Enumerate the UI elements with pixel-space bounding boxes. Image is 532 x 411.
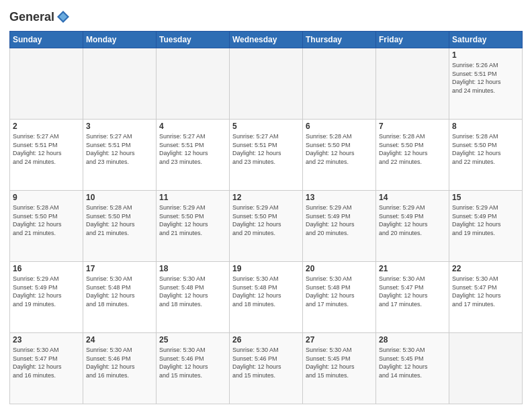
day-info: Sunrise: 5:29 AM Sunset: 5:49 PM Dayligh… (13, 275, 80, 308)
calendar-cell: 14Sunrise: 5:29 AM Sunset: 5:49 PM Dayli… (376, 191, 449, 262)
day-number: 7 (379, 122, 446, 131)
page: General SundayMondayTuesdayWednesdayThur… (0, 0, 532, 411)
day-number: 21 (379, 264, 446, 273)
day-info: Sunrise: 5:29 AM Sunset: 5:49 PM Dayligh… (306, 203, 373, 237)
calendar-cell: 10Sunrise: 5:28 AM Sunset: 5:50 PM Dayli… (83, 191, 157, 262)
weekday-header-friday: Friday (376, 32, 449, 48)
calendar-cell: 24Sunrise: 5:30 AM Sunset: 5:46 PM Dayli… (83, 333, 157, 404)
day-number: 4 (159, 122, 226, 131)
calendar-cell: 17Sunrise: 5:30 AM Sunset: 5:48 PM Dayli… (83, 262, 157, 333)
day-info: Sunrise: 5:28 AM Sunset: 5:50 PM Dayligh… (306, 132, 373, 166)
calendar-cell: 1Sunrise: 5:26 AM Sunset: 5:51 PM Daylig… (449, 48, 523, 120)
calendar-cell: 12Sunrise: 5:29 AM Sunset: 5:50 PM Dayli… (230, 191, 303, 262)
calendar-cell: 5Sunrise: 5:27 AM Sunset: 5:51 PM Daylig… (230, 120, 303, 191)
calendar-cell: 13Sunrise: 5:29 AM Sunset: 5:49 PM Dayli… (303, 191, 376, 262)
calendar-cell: 21Sunrise: 5:30 AM Sunset: 5:47 PM Dayli… (376, 262, 449, 333)
day-info: Sunrise: 5:29 AM Sunset: 5:49 PM Dayligh… (452, 203, 519, 237)
day-number: 3 (86, 122, 153, 131)
day-info: Sunrise: 5:30 AM Sunset: 5:45 PM Dayligh… (379, 346, 446, 379)
day-number: 6 (306, 122, 373, 131)
day-number: 20 (306, 264, 373, 273)
day-number: 13 (306, 193, 373, 202)
day-info: Sunrise: 5:26 AM Sunset: 5:51 PM Dayligh… (452, 61, 519, 95)
weekday-header-thursday: Thursday (303, 32, 376, 48)
calendar-cell (83, 48, 157, 120)
day-number: 17 (86, 264, 153, 273)
calendar-cell: 3Sunrise: 5:27 AM Sunset: 5:51 PM Daylig… (83, 120, 157, 191)
day-number: 26 (232, 335, 300, 345)
weekday-header-wednesday: Wednesday (230, 32, 303, 48)
day-info: Sunrise: 5:30 AM Sunset: 5:46 PM Dayligh… (86, 346, 153, 379)
day-number: 10 (86, 193, 153, 202)
calendar-cell: 18Sunrise: 5:30 AM Sunset: 5:48 PM Dayli… (157, 262, 230, 333)
day-number: 8 (452, 122, 519, 131)
calendar-cell: 4Sunrise: 5:27 AM Sunset: 5:51 PM Daylig… (157, 120, 230, 191)
day-number: 22 (452, 264, 519, 273)
day-number: 1 (452, 50, 519, 60)
calendar-cell: 26Sunrise: 5:30 AM Sunset: 5:46 PM Dayli… (230, 333, 303, 404)
calendar: SundayMondayTuesdayWednesdayThursdayFrid… (9, 31, 523, 404)
day-info: Sunrise: 5:28 AM Sunset: 5:50 PM Dayligh… (86, 203, 153, 237)
weekday-header-saturday: Saturday (449, 32, 523, 48)
day-number: 28 (379, 335, 446, 345)
day-info: Sunrise: 5:27 AM Sunset: 5:51 PM Dayligh… (232, 132, 300, 166)
header: General (9, 7, 523, 26)
day-number: 15 (452, 193, 519, 202)
day-info: Sunrise: 5:28 AM Sunset: 5:50 PM Dayligh… (13, 203, 80, 237)
calendar-cell: 28Sunrise: 5:30 AM Sunset: 5:45 PM Dayli… (376, 333, 449, 404)
calendar-cell (157, 48, 230, 120)
logo-general: General (9, 10, 71, 24)
calendar-cell: 27Sunrise: 5:30 AM Sunset: 5:45 PM Dayli… (303, 333, 376, 404)
day-info: Sunrise: 5:29 AM Sunset: 5:50 PM Dayligh… (159, 203, 226, 237)
calendar-cell (10, 48, 83, 120)
calendar-cell: 9Sunrise: 5:28 AM Sunset: 5:50 PM Daylig… (10, 191, 83, 262)
day-number: 16 (13, 264, 80, 273)
calendar-cell: 15Sunrise: 5:29 AM Sunset: 5:49 PM Dayli… (449, 191, 523, 262)
day-info: Sunrise: 5:30 AM Sunset: 5:47 PM Dayligh… (379, 275, 446, 308)
calendar-cell (449, 333, 523, 404)
weekday-header-monday: Monday (83, 32, 157, 48)
day-number: 12 (232, 193, 300, 202)
day-number: 11 (159, 193, 226, 202)
day-number: 19 (232, 264, 300, 273)
day-info: Sunrise: 5:30 AM Sunset: 5:45 PM Dayligh… (306, 346, 373, 379)
calendar-cell: 23Sunrise: 5:30 AM Sunset: 5:47 PM Dayli… (10, 333, 83, 404)
calendar-cell (376, 48, 449, 120)
weekday-header-sunday: Sunday (10, 32, 83, 48)
day-info: Sunrise: 5:30 AM Sunset: 5:47 PM Dayligh… (13, 346, 80, 379)
day-number: 9 (13, 193, 80, 202)
calendar-cell: 16Sunrise: 5:29 AM Sunset: 5:49 PM Dayli… (10, 262, 83, 333)
day-number: 18 (159, 264, 226, 273)
day-number: 24 (86, 335, 153, 345)
calendar-cell: 7Sunrise: 5:28 AM Sunset: 5:50 PM Daylig… (376, 120, 449, 191)
day-info: Sunrise: 5:30 AM Sunset: 5:46 PM Dayligh… (232, 346, 300, 379)
day-info: Sunrise: 5:28 AM Sunset: 5:50 PM Dayligh… (452, 132, 519, 166)
logo: General (9, 9, 71, 26)
calendar-cell: 8Sunrise: 5:28 AM Sunset: 5:50 PM Daylig… (449, 120, 523, 191)
calendar-cell: 6Sunrise: 5:28 AM Sunset: 5:50 PM Daylig… (303, 120, 376, 191)
day-info: Sunrise: 5:30 AM Sunset: 5:48 PM Dayligh… (159, 275, 226, 308)
calendar-cell (230, 48, 303, 120)
day-number: 27 (306, 335, 373, 345)
calendar-cell: 22Sunrise: 5:30 AM Sunset: 5:47 PM Dayli… (449, 262, 523, 333)
day-info: Sunrise: 5:28 AM Sunset: 5:50 PM Dayligh… (379, 132, 446, 166)
day-number: 23 (13, 335, 80, 345)
calendar-cell: 19Sunrise: 5:30 AM Sunset: 5:48 PM Dayli… (230, 262, 303, 333)
day-info: Sunrise: 5:30 AM Sunset: 5:47 PM Dayligh… (452, 275, 519, 308)
weekday-header-tuesday: Tuesday (157, 32, 230, 48)
calendar-cell: 11Sunrise: 5:29 AM Sunset: 5:50 PM Dayli… (157, 191, 230, 262)
calendar-cell: 2Sunrise: 5:27 AM Sunset: 5:51 PM Daylig… (10, 120, 83, 191)
day-info: Sunrise: 5:30 AM Sunset: 5:46 PM Dayligh… (159, 346, 226, 379)
day-info: Sunrise: 5:27 AM Sunset: 5:51 PM Dayligh… (159, 132, 226, 166)
day-info: Sunrise: 5:29 AM Sunset: 5:49 PM Dayligh… (379, 203, 446, 237)
day-info: Sunrise: 5:30 AM Sunset: 5:48 PM Dayligh… (232, 275, 300, 308)
day-number: 5 (232, 122, 300, 131)
day-info: Sunrise: 5:30 AM Sunset: 5:48 PM Dayligh… (306, 275, 373, 308)
day-info: Sunrise: 5:27 AM Sunset: 5:51 PM Dayligh… (13, 132, 80, 166)
day-info: Sunrise: 5:30 AM Sunset: 5:48 PM Dayligh… (86, 275, 153, 308)
day-info: Sunrise: 5:29 AM Sunset: 5:50 PM Dayligh… (232, 203, 300, 237)
calendar-cell: 20Sunrise: 5:30 AM Sunset: 5:48 PM Dayli… (303, 262, 376, 333)
calendar-cell (303, 48, 376, 120)
day-info: Sunrise: 5:27 AM Sunset: 5:51 PM Dayligh… (86, 132, 153, 166)
day-number: 2 (13, 122, 80, 131)
